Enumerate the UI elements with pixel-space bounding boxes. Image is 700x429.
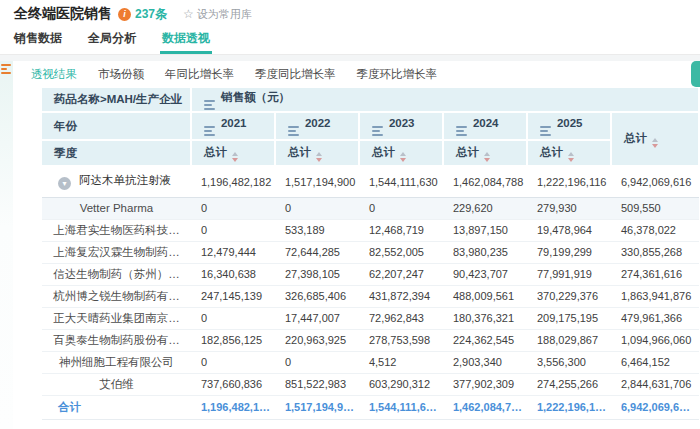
sales-value-cell: 72,962,843 (359, 307, 443, 329)
sales-value-cell: 488,009,561 (443, 285, 527, 307)
tab-global-analysis[interactable]: 全局分析 (88, 30, 136, 54)
product-name-cell[interactable]: 百奥泰生物制药股份有… (42, 329, 191, 351)
tab-yoy-growth[interactable]: 年同比增长率 (165, 67, 234, 82)
pivot-card: 透视结果 市场份额 年同比增长率 季度同比增长率 季度环比增长率 药品名称>MA… (13, 61, 700, 429)
sales-value-cell: 0 (359, 197, 443, 219)
sales-value-cell: 1,863,941,876 (611, 285, 699, 307)
panel-toggle-icon[interactable] (1, 64, 11, 74)
tab-market-share[interactable]: 市场份额 (98, 67, 144, 82)
sales-value-cell: 27,398,105 (275, 263, 359, 285)
field-list-icon (204, 100, 215, 110)
sort-icon[interactable] (232, 152, 238, 162)
sales-value-cell: 182,856,125 (191, 329, 275, 351)
product-name-cell[interactable]: 艾伯维 (42, 373, 191, 395)
product-name-cell[interactable]: Vetter Pharma (42, 197, 191, 219)
sales-value-cell: 377,902,309 (443, 373, 527, 395)
product-name-cell[interactable]: 正大天晴药业集团南京… (42, 307, 191, 329)
info-icon[interactable]: i (118, 8, 131, 21)
product-name-cell[interactable]: 杭州博之锐生物制药有… (42, 285, 191, 307)
product-name: 艾伯维 (99, 378, 134, 390)
subtotal-label: 总计 (540, 146, 563, 158)
subtotal-header[interactable]: 总计 (443, 140, 527, 166)
pivot-table: 药品名称>MAH/生产企业 销售额（元） 年份 2021 2022 2023 2… (42, 88, 700, 420)
tab-quarter-qoq-growth[interactable]: 季度环比增长率 (356, 67, 437, 82)
year-header-2025[interactable]: 2025 (527, 112, 611, 140)
sales-value-cell: 188,029,867 (527, 329, 611, 351)
sales-value-cell: 79,199,299 (527, 241, 611, 263)
header-row-year: 年份 2021 2022 2023 2024 2025 总计 (42, 112, 699, 140)
subtotal-header[interactable]: 总计 (275, 140, 359, 166)
product-name: 百奥泰生物制药股份有… (53, 334, 180, 346)
field-list-icon (204, 126, 215, 136)
sales-value-cell: 0 (275, 197, 359, 219)
row-dimension-header[interactable]: 药品名称>MAH/生产企业 (42, 88, 191, 112)
sales-value-cell: 431,872,394 (359, 285, 443, 307)
grand-total-label: 总计 (624, 132, 647, 144)
product-name: 神州细胞工程有限公司 (59, 356, 174, 368)
sort-icon[interactable] (316, 152, 322, 162)
sort-icon[interactable] (484, 152, 490, 162)
grand-total-column-header[interactable]: 总计 (611, 112, 699, 166)
sales-value-cell: 0 (191, 219, 275, 241)
tab-quarter-yoy-growth[interactable]: 季度同比增长率 (255, 67, 336, 82)
sort-icon[interactable] (568, 152, 574, 162)
tab-sales-data[interactable]: 销售数据 (14, 30, 62, 54)
sales-value-cell: 1,222,196,116 (527, 166, 611, 197)
grand-total-value-cell: 1,517,194,9… (275, 395, 359, 419)
manufacturer-row: 艾伯维737,660,836851,522,983603,290,312377,… (42, 373, 699, 395)
sales-value-cell: 77,991,919 (527, 263, 611, 285)
grand-total-row-label: 合计 (42, 395, 191, 419)
tab-pivot[interactable]: 数据透视 (162, 30, 210, 54)
field-list-icon (288, 126, 299, 136)
collapse-row-icon[interactable]: ▾ (58, 177, 71, 190)
subtotal-header[interactable]: 总计 (191, 140, 275, 166)
product-name: 上海复宏汉霖生物制药… (53, 246, 180, 258)
grand-total-value-cell: 1,196,482,1… (191, 395, 275, 419)
collapsed-side-panel[interactable] (0, 61, 13, 429)
year-header-2024[interactable]: 2024 (443, 112, 527, 140)
sales-value-cell: 6,464,152 (611, 351, 699, 373)
field-list-icon (456, 126, 467, 136)
subtotal-header[interactable]: 总计 (527, 140, 611, 166)
product-name: 杭州博之锐生物制药有… (53, 290, 180, 302)
sales-value-cell: 370,229,376 (527, 285, 611, 307)
sales-value-cell: 278,753,598 (359, 329, 443, 351)
product-name-cell[interactable]: 神州细胞工程有限公司 (42, 351, 191, 373)
sales-value-cell: 180,376,321 (443, 307, 527, 329)
sales-value-cell: 90,423,707 (443, 263, 527, 285)
field-list-icon (540, 126, 551, 136)
sort-icon[interactable] (400, 152, 406, 162)
subtotal-label: 总计 (288, 146, 311, 158)
sales-value-cell: 229,620 (443, 197, 527, 219)
year-header-2023[interactable]: 2023 (359, 112, 443, 140)
tab-pivot-result[interactable]: 透视结果 (31, 67, 77, 82)
app-window: 全终端医院销售 i 237条 ☆ 设为常用库 销售数据 全局分析 数据透视 透视… (0, 0, 700, 429)
pivot-table-wrap: 药品名称>MAH/生产企业 销售额（元） 年份 2021 2022 2023 2… (42, 88, 700, 420)
subtotal-label: 总计 (204, 146, 227, 158)
quarter-dimension-label[interactable]: 季度 (42, 140, 191, 166)
grand-total-value-cell: 1,544,111,6… (359, 395, 443, 419)
side-drawer-handle[interactable] (691, 61, 700, 87)
sales-value-cell: 2,903,340 (443, 351, 527, 373)
product-name-cell[interactable]: ▾阿达木单抗注射液 (42, 166, 191, 197)
product-name-cell[interactable]: 上海君实生物医药科技… (42, 219, 191, 241)
sort-icon[interactable] (652, 138, 658, 148)
sales-value-cell: 1,094,966,060 (611, 329, 699, 351)
set-favorite-button[interactable]: ☆ 设为常用库 (183, 7, 252, 22)
year-header-2022[interactable]: 2022 (275, 112, 359, 140)
product-name-cell[interactable]: 上海复宏汉霖生物制药… (42, 241, 191, 263)
header-row-measure: 药品名称>MAH/生产企业 销售额（元） (42, 88, 699, 112)
set-favorite-label: 设为常用库 (197, 7, 252, 22)
product-name-cell[interactable]: 信达生物制药（苏州）… (42, 263, 191, 285)
sales-value-cell: 509,550 (611, 197, 699, 219)
year-header-2021[interactable]: 2021 (191, 112, 275, 140)
subtotal-label: 总计 (456, 146, 479, 158)
measure-header-cell[interactable]: 销售额（元） (191, 88, 699, 112)
drug-row: ▾阿达木单抗注射液1,196,482,1821,517,194,9001,544… (42, 166, 699, 197)
sales-value-cell: 16,340,638 (191, 263, 275, 285)
sales-value-cell: 62,207,247 (359, 263, 443, 285)
sales-value-cell: 209,175,195 (527, 307, 611, 329)
year-dimension-label[interactable]: 年份 (42, 112, 191, 140)
subtotal-header[interactable]: 总计 (359, 140, 443, 166)
sales-value-cell: 1,196,482,182 (191, 166, 275, 197)
